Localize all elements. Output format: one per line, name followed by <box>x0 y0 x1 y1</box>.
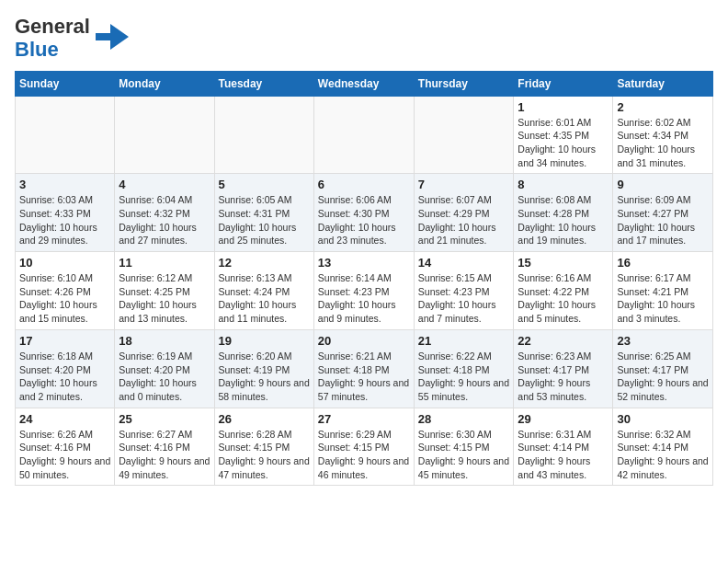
calendar-cell: 8Sunrise: 6:08 AMSunset: 4:28 PMDaylight… <box>514 174 613 252</box>
day-number: 14 <box>418 256 510 270</box>
day-number: 30 <box>617 412 709 426</box>
day-info: Sunrise: 6:08 AMSunset: 4:28 PMDaylight:… <box>518 193 609 247</box>
calendar-cell: 11Sunrise: 6:12 AMSunset: 4:25 PMDayligh… <box>115 252 214 330</box>
day-number: 25 <box>119 412 210 426</box>
day-number: 19 <box>219 334 310 348</box>
calendar-week-row: 1Sunrise: 6:01 AMSunset: 4:35 PMDaylight… <box>16 96 713 174</box>
weekday-header: Tuesday <box>214 71 313 96</box>
day-number: 20 <box>318 334 410 348</box>
day-number: 11 <box>119 256 210 270</box>
day-info: Sunrise: 6:06 AMSunset: 4:30 PMDaylight:… <box>318 193 410 247</box>
day-number: 12 <box>219 256 310 270</box>
calendar-cell: 4Sunrise: 6:04 AMSunset: 4:32 PMDaylight… <box>115 174 214 252</box>
calendar-cell <box>313 96 414 174</box>
day-info: Sunrise: 6:19 AMSunset: 4:20 PMDaylight:… <box>119 350 210 404</box>
calendar-cell: 21Sunrise: 6:22 AMSunset: 4:18 PMDayligh… <box>414 329 514 408</box>
day-info: Sunrise: 6:16 AMSunset: 4:22 PMDaylight:… <box>518 271 609 326</box>
calendar-cell: 29Sunrise: 6:31 AMSunset: 4:14 PMDayligh… <box>514 408 613 486</box>
day-number: 13 <box>318 256 410 270</box>
day-info: Sunrise: 6:32 AMSunset: 4:14 PMDaylight:… <box>617 428 709 482</box>
day-info: Sunrise: 6:04 AMSunset: 4:32 PMDaylight:… <box>119 193 210 247</box>
day-number: 6 <box>318 178 410 191</box>
calendar-cell: 22Sunrise: 6:23 AMSunset: 4:17 PMDayligh… <box>514 329 613 408</box>
calendar-cell: 9Sunrise: 6:09 AMSunset: 4:27 PMDaylight… <box>613 174 713 252</box>
calendar-cell: 28Sunrise: 6:30 AMSunset: 4:15 PMDayligh… <box>414 408 514 486</box>
calendar-week-row: 10Sunrise: 6:10 AMSunset: 4:26 PMDayligh… <box>16 252 713 330</box>
day-info: Sunrise: 6:21 AMSunset: 4:18 PMDaylight:… <box>318 350 410 404</box>
day-number: 10 <box>19 256 110 270</box>
header: General Blue <box>15 15 713 62</box>
calendar-cell: 6Sunrise: 6:06 AMSunset: 4:30 PMDaylight… <box>313 174 414 252</box>
calendar-cell: 5Sunrise: 6:05 AMSunset: 4:31 PMDaylight… <box>214 174 313 252</box>
day-info: Sunrise: 6:31 AMSunset: 4:14 PMDaylight:… <box>518 428 609 482</box>
calendar-cell: 14Sunrise: 6:15 AMSunset: 4:23 PMDayligh… <box>414 252 514 330</box>
day-info: Sunrise: 6:09 AMSunset: 4:27 PMDaylight:… <box>617 193 709 247</box>
logo: General Blue <box>15 15 129 62</box>
day-info: Sunrise: 6:01 AMSunset: 4:35 PMDaylight:… <box>518 116 609 170</box>
day-info: Sunrise: 6:07 AMSunset: 4:29 PMDaylight:… <box>418 193 510 247</box>
calendar-week-row: 24Sunrise: 6:26 AMSunset: 4:16 PMDayligh… <box>16 408 713 486</box>
day-number: 24 <box>19 412 110 426</box>
calendar-week-row: 17Sunrise: 6:18 AMSunset: 4:20 PMDayligh… <box>16 329 713 408</box>
day-number: 28 <box>418 412 510 426</box>
calendar-cell <box>414 96 514 174</box>
weekday-header: Friday <box>514 71 613 96</box>
calendar-cell <box>214 96 313 174</box>
weekday-header: Thursday <box>414 71 514 96</box>
calendar-cell: 17Sunrise: 6:18 AMSunset: 4:20 PMDayligh… <box>16 329 115 408</box>
day-number: 18 <box>119 334 210 348</box>
calendar-cell: 24Sunrise: 6:26 AMSunset: 4:16 PMDayligh… <box>16 408 115 486</box>
day-number: 5 <box>219 178 310 191</box>
logo-text: General Blue <box>15 15 90 62</box>
day-info: Sunrise: 6:15 AMSunset: 4:23 PMDaylight:… <box>418 271 510 326</box>
calendar-cell: 13Sunrise: 6:14 AMSunset: 4:23 PMDayligh… <box>313 252 414 330</box>
weekday-header: Saturday <box>613 71 713 96</box>
day-number: 1 <box>518 100 609 114</box>
day-info: Sunrise: 6:05 AMSunset: 4:31 PMDaylight:… <box>219 193 310 247</box>
day-number: 3 <box>19 178 110 191</box>
day-info: Sunrise: 6:14 AMSunset: 4:23 PMDaylight:… <box>318 271 410 326</box>
calendar-cell: 20Sunrise: 6:21 AMSunset: 4:18 PMDayligh… <box>313 329 414 408</box>
logo-icon <box>94 20 129 55</box>
calendar-cell <box>115 96 214 174</box>
calendar-cell: 19Sunrise: 6:20 AMSunset: 4:19 PMDayligh… <box>214 329 313 408</box>
calendar-cell: 12Sunrise: 6:13 AMSunset: 4:24 PMDayligh… <box>214 252 313 330</box>
calendar: SundayMondayTuesdayWednesdayThursdayFrid… <box>15 71 713 487</box>
day-number: 17 <box>19 334 110 348</box>
calendar-cell: 15Sunrise: 6:16 AMSunset: 4:22 PMDayligh… <box>514 252 613 330</box>
calendar-cell: 2Sunrise: 6:02 AMSunset: 4:34 PMDaylight… <box>613 96 713 174</box>
day-info: Sunrise: 6:20 AMSunset: 4:19 PMDaylight:… <box>219 350 310 404</box>
calendar-cell: 3Sunrise: 6:03 AMSunset: 4:33 PMDaylight… <box>16 174 115 252</box>
day-info: Sunrise: 6:02 AMSunset: 4:34 PMDaylight:… <box>617 116 709 170</box>
day-info: Sunrise: 6:23 AMSunset: 4:17 PMDaylight:… <box>518 350 609 404</box>
day-info: Sunrise: 6:18 AMSunset: 4:20 PMDaylight:… <box>19 350 110 404</box>
calendar-header-row: SundayMondayTuesdayWednesdayThursdayFrid… <box>16 71 713 96</box>
day-info: Sunrise: 6:27 AMSunset: 4:16 PMDaylight:… <box>119 428 210 482</box>
day-info: Sunrise: 6:10 AMSunset: 4:26 PMDaylight:… <box>19 271 110 326</box>
calendar-cell <box>16 96 115 174</box>
calendar-week-row: 3Sunrise: 6:03 AMSunset: 4:33 PMDaylight… <box>16 174 713 252</box>
calendar-cell: 1Sunrise: 6:01 AMSunset: 4:35 PMDaylight… <box>514 96 613 174</box>
day-number: 7 <box>418 178 510 191</box>
day-info: Sunrise: 6:30 AMSunset: 4:15 PMDaylight:… <box>418 428 510 482</box>
day-number: 2 <box>617 100 709 114</box>
day-number: 23 <box>617 334 709 348</box>
calendar-cell: 27Sunrise: 6:29 AMSunset: 4:15 PMDayligh… <box>313 408 414 486</box>
day-info: Sunrise: 6:25 AMSunset: 4:17 PMDaylight:… <box>617 350 709 404</box>
day-info: Sunrise: 6:26 AMSunset: 4:16 PMDaylight:… <box>19 428 110 482</box>
calendar-cell: 10Sunrise: 6:10 AMSunset: 4:26 PMDayligh… <box>16 252 115 330</box>
calendar-cell: 23Sunrise: 6:25 AMSunset: 4:17 PMDayligh… <box>613 329 713 408</box>
calendar-cell: 7Sunrise: 6:07 AMSunset: 4:29 PMDaylight… <box>414 174 514 252</box>
day-number: 4 <box>119 178 210 191</box>
weekday-header: Wednesday <box>313 71 414 96</box>
calendar-cell: 18Sunrise: 6:19 AMSunset: 4:20 PMDayligh… <box>115 329 214 408</box>
day-info: Sunrise: 6:17 AMSunset: 4:21 PMDaylight:… <box>617 271 709 326</box>
day-number: 21 <box>418 334 510 348</box>
day-number: 8 <box>518 178 609 191</box>
day-number: 9 <box>617 178 709 191</box>
day-number: 22 <box>518 334 609 348</box>
calendar-cell: 25Sunrise: 6:27 AMSunset: 4:16 PMDayligh… <box>115 408 214 486</box>
weekday-header: Monday <box>115 71 214 96</box>
day-info: Sunrise: 6:12 AMSunset: 4:25 PMDaylight:… <box>119 271 210 326</box>
calendar-cell: 26Sunrise: 6:28 AMSunset: 4:15 PMDayligh… <box>214 408 313 486</box>
